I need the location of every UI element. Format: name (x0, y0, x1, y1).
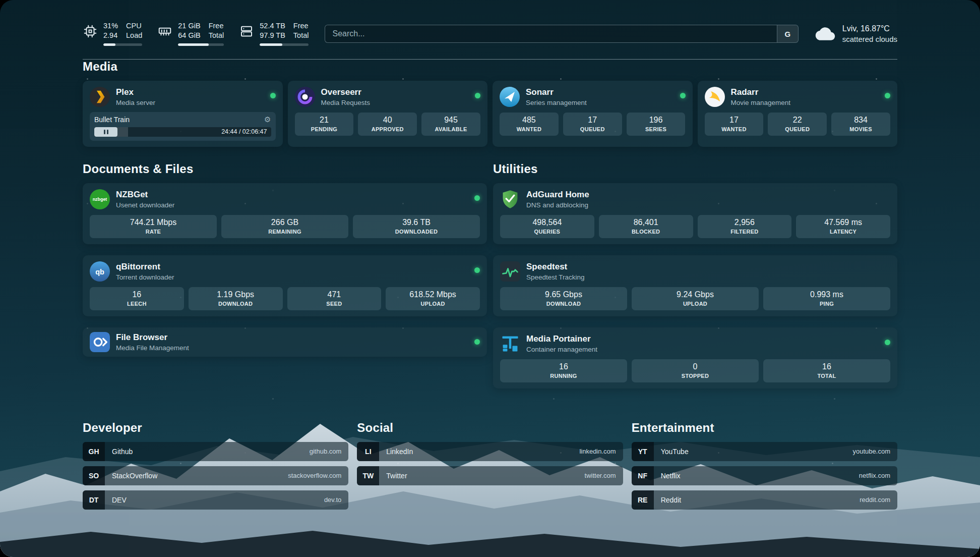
speedtest-icon (500, 261, 520, 282)
app-name: Overseerr (321, 87, 371, 97)
app-name: Plex (116, 87, 155, 97)
bookmark-abbr: TW (357, 466, 379, 485)
stat-latency: 47.569 ms LATENCY (796, 215, 890, 238)
bookmark-stackoverflow[interactable]: SO StackOverflow stackoverflow.com (83, 466, 348, 485)
app-subtitle: Media server (116, 99, 155, 106)
stat-wanted: 17 WANTED (705, 113, 764, 136)
media-grid: Plex Media server Bullet Train ⚙ 24:44 /… (83, 81, 897, 147)
stat-queries: 498,564 QUERIES (500, 215, 594, 238)
stat-running: 16 RUNNING (500, 359, 627, 382)
section-title-social: Social (357, 421, 623, 435)
stat-total: 16 TOTAL (763, 359, 890, 382)
bookmark-linkedin[interactable]: LI LinkedIn linkedin.com (357, 442, 623, 461)
stat-label: QUEUED (580, 126, 605, 132)
stat-rate: 744.21 Mbps RATE (90, 215, 217, 238)
top-bar: 31% 2.94 CPU Load (83, 22, 897, 46)
bookmark-youtube[interactable]: YT YouTube youtube.com (632, 442, 897, 461)
stat-movies: 834 MOVIES (831, 113, 890, 136)
bookmark-abbr: GH (83, 442, 105, 461)
playback-progress-bar[interactable]: 24:44 / 02:06:47 (94, 127, 271, 137)
bookmark-name: Twitter (386, 472, 407, 480)
app-subtitle: Series management (526, 99, 587, 106)
disk-icon (239, 24, 254, 39)
stat-value: 16 (822, 362, 831, 371)
cpu-widget: 31% 2.94 CPU Load (83, 22, 142, 46)
disk-progress-bar (260, 43, 309, 46)
app-card-overseerr[interactable]: Overseerr Media Requests 21 PENDING 40 A… (288, 81, 488, 147)
stat-label: QUERIES (534, 229, 561, 235)
stat-blocked: 86,401 BLOCKED (599, 215, 693, 238)
bookmark-netflix[interactable]: NF Netflix netflix.com (632, 466, 897, 485)
app-card-adguard[interactable]: AdGuard Home DNS and adblocking 498,564 … (493, 183, 897, 244)
pause-button[interactable] (94, 127, 117, 137)
app-card-filebrowser[interactable]: File Browser Media File Management (83, 327, 487, 357)
status-indicator (680, 93, 686, 98)
search-input[interactable] (325, 25, 776, 42)
app-name: NZBGet (116, 190, 174, 200)
utilities-column: Utilities AdGuard Home (493, 162, 897, 400)
playback-time: 24:44 / 02:06:47 (221, 128, 267, 135)
app-card-radarr[interactable]: Radarr Movie management 17 WANTED 22 QUE… (698, 81, 898, 147)
ram-progress-bar (178, 43, 224, 46)
app-subtitle: Movie management (731, 99, 791, 106)
qbittorrent-icon: qb (90, 261, 110, 282)
stat-ping: 0.993 ms PING (763, 287, 890, 310)
cpu-load-value: 2.94 (103, 32, 118, 40)
social-bookmarks: Social LI LinkedIn linkedin.com TW Twitt… (357, 421, 623, 515)
bookmark-name: Reddit (661, 496, 681, 504)
stat-value: 744.21 Mbps (130, 218, 177, 227)
bookmark-name: StackOverflow (112, 472, 157, 480)
disk-free-value: 52.4 TB (260, 22, 285, 30)
stat-label: UPLOAD (683, 301, 707, 307)
ram-total-label: Total (209, 32, 224, 40)
stat-value: 9.24 Gbps (677, 290, 714, 299)
search-bar: G (325, 25, 798, 43)
stat-available: 945 AVAILABLE (421, 113, 480, 136)
app-card-portainer[interactable]: Media Portainer Container management 16 … (493, 327, 897, 388)
app-name: Radarr (731, 87, 791, 97)
stat-value: 498,564 (532, 218, 562, 227)
bookmark-name: LinkedIn (386, 448, 413, 456)
stat-upload: 9.24 Gbps UPLOAD (632, 287, 759, 310)
search-engine-button[interactable]: G (777, 25, 798, 42)
bookmark-twitter[interactable]: TW Twitter twitter.com (357, 466, 623, 485)
svg-text:qb: qb (95, 267, 104, 275)
app-subtitle: Speedtest Tracking (526, 273, 585, 281)
app-card-nzbget[interactable]: nzbget NZBGet Usenet downloader 744.21 M… (83, 183, 487, 244)
app-subtitle: Media Requests (321, 99, 371, 106)
app-subtitle: Torrent downloader (116, 273, 174, 281)
disk-progress-fill (260, 43, 282, 46)
app-card-sonarr[interactable]: Sonarr Series management 485 WANTED 17 Q… (493, 81, 693, 147)
plex-now-playing: Bullet Train ⚙ 24:44 / 02:06:47 (90, 112, 276, 141)
ram-icon (157, 24, 172, 39)
stat-label: RUNNING (550, 373, 577, 379)
bookmark-abbr: SO (83, 466, 105, 485)
stat-label: BLOCKED (632, 229, 660, 235)
app-name: Media Portainer (526, 334, 597, 344)
bookmark-abbr: LI (357, 442, 379, 461)
stat-label: DOWNLOAD (218, 301, 253, 307)
gear-icon[interactable]: ⚙ (264, 116, 271, 123)
sonarr-icon (500, 87, 520, 107)
app-card-plex[interactable]: Plex Media server Bullet Train ⚙ 24:44 /… (83, 81, 283, 147)
radarr-icon (705, 87, 725, 107)
stat-value: 16 (559, 362, 568, 371)
app-name: File Browser (116, 332, 189, 343)
overseerr-icon (295, 87, 315, 107)
app-card-speedtest[interactable]: Speedtest Speedtest Tracking 9.65 Gbps D… (493, 255, 897, 316)
stat-label: DOWNLOADED (395, 229, 438, 235)
bookmark-github[interactable]: GH Github github.com (83, 442, 348, 461)
bookmark-dev[interactable]: DT DEV dev.to (83, 490, 348, 510)
ram-total-value: 64 GiB (178, 32, 200, 40)
cpu-progress-fill (103, 43, 115, 46)
disk-total-label: Total (293, 32, 309, 40)
stat-leech: 16 LEECH (90, 287, 184, 310)
developer-bookmarks: Developer GH Github github.com SO StackO… (83, 421, 348, 515)
stat-upload: 618.52 Mbps UPLOAD (386, 287, 480, 310)
bookmark-url: netflix.com (859, 472, 890, 479)
app-card-qbittorrent[interactable]: qb qBittorrent Torrent downloader 16 LEE… (83, 255, 487, 316)
stat-remaining: 266 GB REMAINING (221, 215, 348, 238)
ram-widget: 21 GiB 64 GiB Free Total (157, 22, 224, 46)
stat-value: 1.19 Gbps (217, 290, 254, 299)
bookmark-reddit[interactable]: RE Reddit reddit.com (632, 490, 897, 510)
